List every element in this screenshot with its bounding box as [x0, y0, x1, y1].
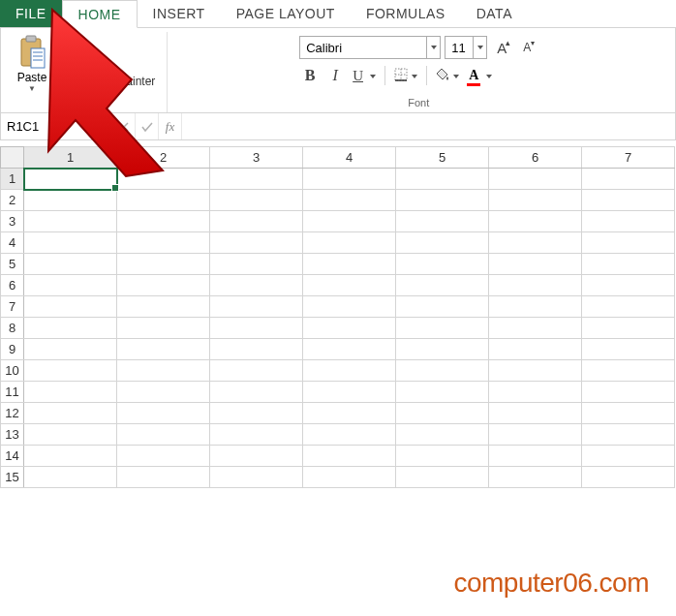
- cell[interactable]: [24, 318, 117, 339]
- decrease-font-button[interactable]: A▾: [516, 37, 538, 58]
- row-header[interactable]: 11: [1, 382, 24, 403]
- cell[interactable]: [489, 318, 582, 339]
- row-header[interactable]: 9: [1, 339, 24, 360]
- cell[interactable]: [582, 254, 675, 275]
- tab-formulas[interactable]: FORMULAS: [351, 0, 461, 27]
- tab-home[interactable]: HOME: [62, 0, 138, 28]
- cell[interactable]: [24, 339, 117, 360]
- name-box[interactable]: [1, 113, 105, 139]
- cell[interactable]: [210, 190, 303, 211]
- cell[interactable]: [489, 360, 582, 382]
- cell[interactable]: [396, 403, 489, 424]
- cell[interactable]: [117, 169, 210, 190]
- cell[interactable]: [210, 446, 303, 467]
- column-header[interactable]: 4: [303, 147, 396, 169]
- cell[interactable]: [24, 296, 117, 318]
- cell[interactable]: [210, 339, 303, 360]
- cell[interactable]: [489, 254, 582, 275]
- cell[interactable]: [210, 467, 303, 488]
- fill-color-button[interactable]: [433, 65, 462, 86]
- cell[interactable]: [303, 275, 396, 296]
- cell[interactable]: [24, 403, 117, 424]
- cell[interactable]: [303, 360, 396, 382]
- font-size-dropdown[interactable]: [473, 37, 486, 58]
- cell[interactable]: [582, 424, 675, 446]
- font-size-combo[interactable]: [445, 36, 487, 59]
- cell[interactable]: [396, 296, 489, 318]
- font-color-button[interactable]: A: [466, 65, 495, 86]
- cell[interactable]: [210, 318, 303, 339]
- row-header[interactable]: 1: [1, 169, 24, 190]
- cell[interactable]: [24, 169, 117, 190]
- cell[interactable]: [582, 467, 675, 488]
- cell[interactable]: [24, 232, 117, 254]
- cell[interactable]: [396, 190, 489, 211]
- cell[interactable]: [24, 446, 117, 467]
- cell[interactable]: [210, 169, 303, 190]
- cell[interactable]: [24, 467, 117, 488]
- cell[interactable]: [210, 254, 303, 275]
- formula-input[interactable]: [182, 113, 675, 139]
- cell[interactable]: [396, 211, 489, 232]
- cell[interactable]: [489, 403, 582, 424]
- cell[interactable]: [489, 275, 582, 296]
- cell[interactable]: [303, 296, 396, 318]
- cell[interactable]: [303, 382, 396, 403]
- cell[interactable]: [489, 190, 582, 211]
- cell[interactable]: [489, 211, 582, 232]
- row-header[interactable]: 4: [1, 232, 24, 254]
- cell[interactable]: [303, 190, 396, 211]
- row-header[interactable]: 3: [1, 211, 24, 232]
- cell[interactable]: [210, 360, 303, 382]
- cell[interactable]: [117, 360, 210, 382]
- cell[interactable]: [582, 446, 675, 467]
- cell[interactable]: [117, 424, 210, 446]
- cell[interactable]: [396, 339, 489, 360]
- cell[interactable]: [117, 296, 210, 318]
- cell[interactable]: [303, 467, 396, 488]
- underline-button[interactable]: U: [350, 65, 379, 86]
- column-header[interactable]: 5: [396, 147, 489, 169]
- font-name-combo[interactable]: [299, 36, 441, 59]
- column-header[interactable]: 7: [582, 147, 675, 169]
- cell[interactable]: [117, 275, 210, 296]
- cell[interactable]: [303, 424, 396, 446]
- row-header[interactable]: 10: [1, 360, 24, 382]
- cell[interactable]: [489, 467, 582, 488]
- cell[interactable]: [303, 254, 396, 275]
- cell[interactable]: [582, 211, 675, 232]
- cell[interactable]: [303, 211, 396, 232]
- cell[interactable]: [396, 318, 489, 339]
- format-painter-button[interactable]: Format Painter: [55, 73, 159, 90]
- cell[interactable]: [396, 232, 489, 254]
- bold-button[interactable]: B: [299, 65, 321, 86]
- tab-insert[interactable]: INSERT: [138, 0, 221, 27]
- cell[interactable]: [117, 446, 210, 467]
- cell[interactable]: [489, 424, 582, 446]
- cell[interactable]: [303, 232, 396, 254]
- row-header[interactable]: 15: [1, 467, 24, 488]
- cut-button[interactable]: [55, 34, 159, 51]
- cell[interactable]: [396, 424, 489, 446]
- column-header[interactable]: 2: [117, 147, 210, 169]
- cell[interactable]: [396, 382, 489, 403]
- cell[interactable]: [396, 467, 489, 488]
- row-header[interactable]: 2: [1, 190, 24, 211]
- cell[interactable]: [489, 232, 582, 254]
- row-header[interactable]: 5: [1, 254, 24, 275]
- font-name-input[interactable]: [300, 41, 426, 55]
- cell[interactable]: [210, 275, 303, 296]
- cell[interactable]: [24, 190, 117, 211]
- paste-button[interactable]: Paste ▼: [13, 32, 51, 95]
- cell[interactable]: [24, 424, 117, 446]
- cell[interactable]: [396, 360, 489, 382]
- column-header[interactable]: 6: [489, 147, 582, 169]
- copy-button[interactable]: Copy: [55, 53, 159, 71]
- cell[interactable]: [210, 296, 303, 318]
- increase-font-button[interactable]: A▴: [491, 37, 512, 58]
- cell[interactable]: [582, 403, 675, 424]
- cell[interactable]: [489, 339, 582, 360]
- cell[interactable]: [117, 254, 210, 275]
- cell[interactable]: [489, 169, 582, 190]
- cell[interactable]: [303, 169, 396, 190]
